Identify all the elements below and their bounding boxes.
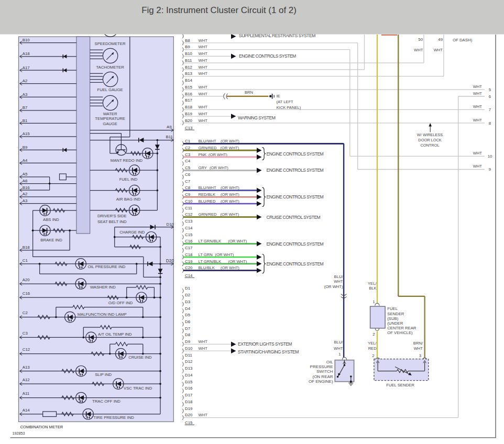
- svg-text:B7: B7: [23, 105, 28, 110]
- svg-text:5: 5: [489, 87, 491, 92]
- svg-text:D19: D19: [185, 406, 192, 411]
- svg-text:(ON REAR: (ON REAR: [312, 374, 333, 379]
- svg-text:OIL PRESSURE IND: OIL PRESSURE IND: [87, 264, 125, 269]
- svg-text:WHT: WHT: [199, 85, 208, 90]
- svg-text:PRESSURE: PRESSURE: [310, 364, 333, 369]
- svg-text:(OR WHT): (OR WHT): [221, 265, 239, 270]
- svg-text:A2: A2: [23, 79, 28, 83]
- svg-text:(OR WHT): (OR WHT): [324, 284, 343, 289]
- svg-text:WHT: WHT: [414, 346, 423, 351]
- svg-text:D15: D15: [185, 380, 193, 384]
- svg-text:D11: D11: [185, 353, 192, 358]
- svg-text:A2: A2: [23, 192, 28, 196]
- svg-text:B20: B20: [185, 118, 193, 123]
- svg-text:(OR WHT): (OR WHT): [221, 146, 239, 150]
- svg-text:(OR WHT): (OR WHT): [221, 139, 239, 143]
- svg-text:50: 50: [418, 37, 423, 42]
- svg-text:B9: B9: [185, 45, 190, 49]
- svg-text:D8: D8: [185, 332, 190, 337]
- svg-text:FUEL SENDER: FUEL SENDER: [386, 383, 414, 387]
- svg-text:ENGINE CONTROLS SYSTEM: ENGINE CONTROLS SYSTEM: [267, 261, 324, 267]
- svg-text:C20: C20: [185, 265, 193, 270]
- svg-text:B18: B18: [23, 245, 30, 250]
- svg-text:C12: C12: [23, 347, 30, 352]
- svg-text:LT GRN: LT GRN: [199, 252, 213, 257]
- svg-text:A15: A15: [23, 131, 30, 136]
- svg-text:WHT: WHT: [199, 51, 208, 56]
- svg-text:D13: D13: [185, 366, 192, 371]
- svg-text:C8: C8: [185, 185, 190, 190]
- svg-text:MANT REDO IND: MANT REDO IND: [111, 158, 143, 163]
- svg-text:192853: 192853: [13, 431, 25, 436]
- svg-text:WASHER IND: WASHER IND: [90, 285, 116, 290]
- svg-text:C11: C11: [185, 206, 192, 210]
- svg-text:A9: A9: [167, 125, 172, 129]
- svg-text:8: 8: [489, 121, 491, 126]
- svg-text:C12: C12: [185, 212, 192, 217]
- svg-text:IE: IE: [277, 94, 280, 98]
- svg-text:49: 49: [438, 37, 443, 42]
- svg-text:LT GRN/BLK: LT GRN/BLK: [199, 239, 222, 243]
- svg-text:STARTING/CHARGING SYSTEM: STARTING/CHARGING SYSTEM: [238, 349, 299, 354]
- svg-text:CRUISE IND: CRUISE IND: [128, 355, 152, 360]
- svg-text:B1: B1: [23, 118, 28, 123]
- svg-text:B9: B9: [23, 145, 28, 150]
- svg-text:WHT: WHT: [434, 48, 443, 52]
- svg-text:YEL/: YEL/: [368, 341, 377, 346]
- svg-text:C6: C6: [185, 172, 190, 177]
- svg-text:D12: D12: [185, 359, 192, 364]
- svg-text:A6: A6: [23, 179, 28, 183]
- svg-text:D4: D4: [185, 306, 191, 311]
- svg-text:D20: D20: [185, 413, 193, 417]
- svg-text:B19: B19: [185, 112, 192, 116]
- svg-text:WHT: WHT: [334, 279, 343, 284]
- svg-text:1: 1: [372, 299, 375, 304]
- svg-text:WHT: WHT: [199, 58, 208, 63]
- svg-text:A3: A3: [23, 198, 28, 203]
- svg-text:10: 10: [488, 154, 492, 159]
- svg-text:FUEL GAUGE: FUEL GAUGE: [97, 87, 123, 92]
- svg-text:WHT: WHT: [473, 104, 483, 109]
- svg-text:WHT: WHT: [199, 38, 208, 43]
- svg-text:A/T OIL TEMP IND: A/T OIL TEMP IND: [98, 332, 132, 337]
- svg-text:(OR WHT): (OR WHT): [215, 252, 234, 257]
- svg-text:C17: C17: [185, 246, 192, 250]
- svg-text:D18: D18: [185, 399, 192, 404]
- svg-text:D6: D6: [185, 319, 190, 324]
- svg-text:A17: A17: [23, 65, 30, 70]
- svg-text:ENGINE CONTROLS SYSTEM: ENGINE CONTROLS SYSTEM: [267, 168, 324, 173]
- svg-text:BLU/RED: BLU/RED: [199, 199, 216, 204]
- svg-text:(OR WHT): (OR WHT): [210, 165, 228, 170]
- svg-text:C19: C19: [185, 259, 192, 264]
- svg-text:BLU/WHT: BLU/WHT: [199, 139, 217, 143]
- svg-text:A12: A12: [23, 378, 30, 382]
- svg-text:(OR WHT): (OR WHT): [221, 185, 239, 190]
- svg-text:B18: B18: [185, 105, 192, 109]
- svg-text:9: 9: [489, 167, 491, 172]
- svg-text:FUEL: FUEL: [387, 306, 398, 311]
- svg-text:C13: C13: [185, 126, 192, 130]
- svg-text:B11: B11: [185, 58, 192, 63]
- svg-text:BRN: BRN: [245, 90, 253, 95]
- svg-text:C14: C14: [185, 226, 193, 230]
- svg-text:D5: D5: [185, 313, 191, 317]
- svg-text:SENDER: SENDER: [387, 312, 404, 316]
- svg-text:A14: A14: [23, 408, 30, 413]
- svg-text:CONTROL: CONTROL: [420, 143, 439, 148]
- svg-text:OF ENGINE): OF ENGINE): [309, 379, 333, 384]
- svg-text:TACHOMETER: TACHOMETER: [96, 65, 124, 70]
- svg-text:A20: A20: [23, 278, 30, 282]
- svg-text:C1: C1: [23, 258, 28, 263]
- svg-text:3: 3: [419, 353, 421, 358]
- svg-text:D9: D9: [185, 339, 190, 344]
- svg-text:WHT: WHT: [199, 339, 208, 344]
- svg-text:B14: B14: [185, 78, 193, 83]
- svg-text:MALFUNCTION IND LAMP: MALFUNCTION IND LAMP: [78, 312, 127, 317]
- svg-text:WHT: WHT: [473, 164, 483, 169]
- svg-text:(AT LEFT: (AT LEFT: [277, 99, 294, 104]
- svg-text:DOOR LOCK: DOOR LOCK: [418, 138, 441, 142]
- svg-text:FUEL IND: FUEL IND: [119, 177, 138, 182]
- svg-text:D2: D2: [185, 293, 190, 297]
- svg-text:ABS IND: ABS IND: [43, 217, 59, 222]
- svg-text:(OR WHT): (OR WHT): [221, 199, 239, 204]
